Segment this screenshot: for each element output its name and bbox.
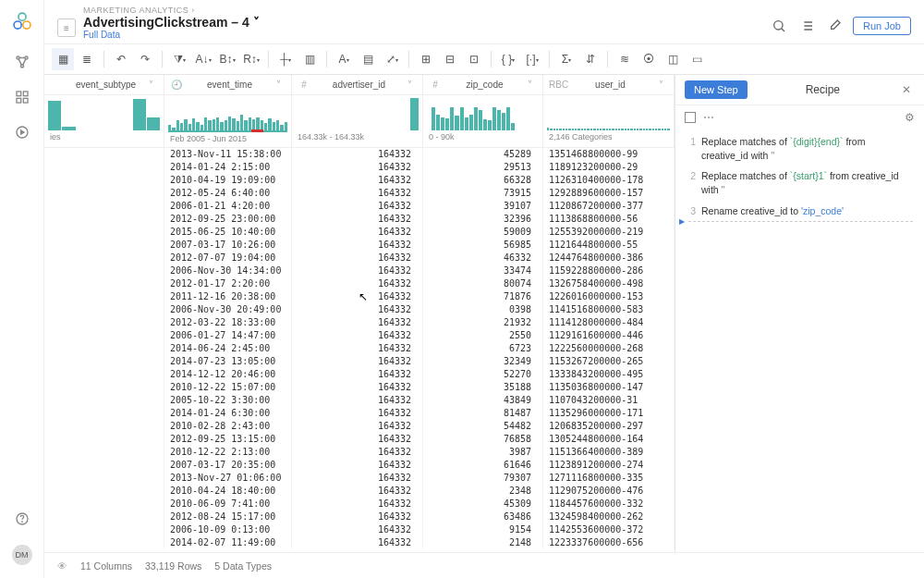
table-row[interactable]: 2012-09-25 13:15:00164332768581305244800… bbox=[44, 433, 675, 446]
table-row[interactable]: 2010-06-09 7:41:001643324530911844576000… bbox=[44, 498, 675, 510]
join-icon[interactable]: ◫ bbox=[662, 48, 684, 70]
full-data-link[interactable]: Full Data bbox=[83, 30, 770, 40]
recipe-step[interactable]: 1Replace matches of `{digit}{end}` from … bbox=[681, 131, 918, 166]
histogram[interactable] bbox=[44, 95, 164, 130]
run-job-button[interactable]: Run Job bbox=[853, 17, 911, 35]
help-icon[interactable] bbox=[13, 510, 31, 528]
table-row[interactable]: 2012-03-22 18:33:00164332219321114128000… bbox=[44, 316, 675, 329]
new-step-button[interactable]: New Step bbox=[685, 80, 748, 99]
sort-asc-icon[interactable]: A↓▾ bbox=[192, 48, 214, 70]
chevron-down-icon[interactable]: ˅ bbox=[276, 80, 286, 90]
table-row[interactable]: 2010-12-22 15:07:00164332351881135036800… bbox=[44, 381, 675, 394]
apps-icon[interactable] bbox=[13, 88, 31, 106]
column-header[interactable]: #zip_code˅ bbox=[423, 75, 542, 95]
table-row[interactable]: 2014-12-12 20:46:00164332522701333843200… bbox=[44, 368, 675, 381]
type-icon: # bbox=[429, 80, 442, 90]
list-view-icon[interactable]: ≣ bbox=[76, 48, 98, 70]
sort-rows-icon[interactable]: R↕▾ bbox=[240, 48, 262, 70]
extract-icon[interactable]: ⤢▾ bbox=[381, 48, 403, 70]
histogram[interactable] bbox=[543, 95, 674, 130]
breadcrumb[interactable]: MARKETING ANALYTICS › bbox=[83, 6, 770, 15]
union-icon[interactable]: ▭ bbox=[686, 48, 708, 70]
brackets-icon[interactable]: { }▾ bbox=[497, 48, 519, 70]
chevron-down-icon[interactable]: ˅ bbox=[407, 80, 417, 90]
cell: 6723 bbox=[423, 342, 543, 355]
sort-desc-icon[interactable]: B↕▾ bbox=[216, 48, 238, 70]
column-header[interactable]: event_subtype˅ bbox=[44, 75, 164, 95]
gear-icon[interactable]: ⚙ bbox=[905, 111, 915, 124]
recipe-step[interactable]: 3Rename creative_id to 'zip_code' bbox=[681, 201, 918, 222]
table-row[interactable]: 2013-Nov-27 01:06:0016433279307127111680… bbox=[44, 472, 675, 485]
table-row[interactable]: 2014-01-24 6:30:001643328148711352960000… bbox=[44, 407, 675, 420]
recipe-step[interactable]: 2Replace matches of `{start}1` from crea… bbox=[681, 166, 918, 200]
table-row[interactable]: 2010-02-28 2:43:001643325448212068352000… bbox=[44, 420, 675, 433]
table-row[interactable]: 2010-04-19 19:09:00164332663281126310400… bbox=[44, 174, 675, 187]
table-row[interactable]: 2012-09-25 23:00:00164332323961113868800… bbox=[44, 213, 675, 226]
svg-rect-7 bbox=[23, 92, 28, 96]
table-row[interactable]: 2006-10-09 0:13:001643329154114255360000… bbox=[44, 523, 675, 536]
table-row[interactable]: 2010-04-24 18:40:00164332234811290752000… bbox=[44, 485, 675, 498]
table-row[interactable]: 2014-01-24 2:15:001643322951311891232000… bbox=[44, 161, 675, 174]
avatar[interactable]: DM bbox=[12, 545, 32, 565]
columns-icon[interactable]: ▥ bbox=[298, 48, 321, 70]
cell bbox=[44, 536, 164, 549]
text-format-icon[interactable]: A▾ bbox=[333, 48, 355, 70]
close-icon[interactable]: ✕ bbox=[898, 83, 915, 96]
lookup-icon[interactable]: ⦿ bbox=[638, 48, 660, 70]
flow-icon[interactable] bbox=[13, 53, 31, 71]
table-row[interactable]: 2012-01-17 2:20:001643328007413267584000… bbox=[44, 277, 675, 290]
eyedropper-icon[interactable] bbox=[825, 17, 844, 35]
cell bbox=[44, 303, 164, 316]
more-icon[interactable]: ⋯ bbox=[703, 111, 714, 124]
jobs-icon[interactable] bbox=[13, 123, 31, 141]
search-icon[interactable] bbox=[770, 17, 788, 35]
column-header[interactable]: #advertiser_id˅ bbox=[292, 75, 422, 95]
table-row[interactable]: 2011-12-16 20:38:00164332718761226016000… bbox=[44, 290, 675, 303]
table-row[interactable]: 2015-06-25 10:40:00164332590091255392000… bbox=[44, 226, 675, 239]
chevron-down-icon[interactable]: ˅ bbox=[149, 80, 158, 90]
table-row[interactable]: 2013-Nov-11 15:38:0016433245289135146880… bbox=[44, 148, 675, 161]
histogram[interactable] bbox=[423, 95, 542, 130]
column-header[interactable]: 🕘event_time˅ bbox=[164, 75, 291, 95]
histogram[interactable] bbox=[292, 95, 422, 130]
chevron-down-icon[interactable]: ˅ bbox=[528, 80, 537, 90]
table-row[interactable]: 2010-12-22 2:13:001643323987115136640000… bbox=[44, 446, 675, 459]
table-row[interactable]: 2006-Nov-30 20:49:0016433203981141516800… bbox=[44, 303, 675, 316]
select-all-checkbox[interactable] bbox=[685, 112, 696, 123]
dedup-icon[interactable]: ≋ bbox=[614, 48, 636, 70]
table-row[interactable]: 2006-01-27 14:47:00164332255011291616000… bbox=[44, 329, 675, 342]
column-header[interactable]: RBCuser_id˅ bbox=[543, 75, 674, 95]
table-row[interactable]: 2007-03-17 20:35:00164332616461123891200… bbox=[44, 459, 675, 472]
table-row[interactable]: 2006-Nov-30 14:34:0016433233474115922880… bbox=[44, 264, 675, 277]
sigma-icon[interactable]: Σ▾ bbox=[555, 48, 578, 70]
redo-icon[interactable]: ↷ bbox=[134, 48, 156, 70]
chevron-down-icon[interactable]: ˅ bbox=[253, 15, 260, 30]
filter-icon[interactable]: ⧩▾ bbox=[168, 48, 190, 70]
undo-icon[interactable]: ↶ bbox=[110, 48, 132, 70]
table-row[interactable]: 2005-10-22 3:30:001643324384911070432000… bbox=[44, 394, 675, 407]
table-row[interactable]: 2014-07-23 13:05:00164332323491153267200… bbox=[44, 355, 675, 368]
table-row[interactable]: 2006-01-21 4:20:001643323910711208672000… bbox=[44, 200, 675, 213]
table-row[interactable]: 2014-02-07 11:49:00164332214812233376000… bbox=[44, 536, 675, 549]
table-row[interactable]: 2014-06-24 2:45:001643326723122256000000… bbox=[44, 342, 675, 355]
table-row[interactable]: 2012-05-24 6:40:001643327391512928896000… bbox=[44, 187, 675, 200]
chevron-down-icon[interactable]: ˅ bbox=[659, 80, 668, 90]
app-logo[interactable] bbox=[10, 9, 34, 36]
list-icon[interactable] bbox=[797, 17, 816, 35]
align-center-icon[interactable]: ┼▾ bbox=[274, 48, 297, 70]
eye-icon[interactable]: 👁 bbox=[57, 560, 67, 572]
page-title[interactable]: AdvertisingClickstream – 4 ˅ bbox=[83, 15, 770, 30]
calendar-icon[interactable]: ▤ bbox=[357, 48, 379, 70]
nest-icon[interactable]: ⊡ bbox=[463, 48, 485, 70]
array-icon[interactable]: [·]▾ bbox=[521, 48, 543, 70]
histogram[interactable] bbox=[164, 95, 291, 130]
cell: 164332 bbox=[292, 510, 423, 523]
cell bbox=[44, 420, 164, 433]
table-row[interactable]: 2012-07-07 19:04:00164332463321244764800… bbox=[44, 252, 675, 264]
table-row[interactable]: 2012-08-24 15:17:00164332634861324598400… bbox=[44, 510, 675, 523]
pivot-icon[interactable]: ⇵ bbox=[579, 48, 602, 70]
split-col-icon[interactable]: ⊞ bbox=[415, 48, 437, 70]
table-row[interactable]: 2007-03-17 10:26:00164332569851121644800… bbox=[44, 239, 675, 252]
grid-view-icon[interactable]: ▦ bbox=[52, 48, 74, 70]
merge-col-icon[interactable]: ⊟ bbox=[439, 48, 461, 70]
